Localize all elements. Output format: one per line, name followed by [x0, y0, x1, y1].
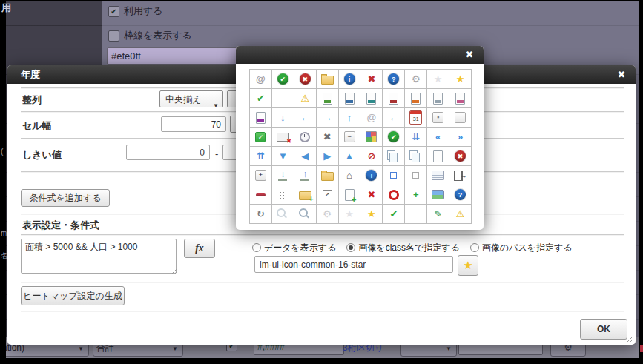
condition-expression-textarea[interactable]: 面積 > 5000 && 人口 > 1000 [21, 239, 177, 274]
image-mode-radio[interactable]: 画像のパスを指定する [470, 242, 573, 254]
block-icon[interactable]: ⊘ [360, 147, 382, 165]
double-left-icon[interactable]: « [427, 128, 449, 146]
grip-icon[interactable] [272, 185, 294, 204]
star2-icon[interactable]: ★ [360, 205, 382, 223]
arrow-down-icon[interactable]: ↓ [272, 108, 294, 127]
arrow-left-icon[interactable]: ← [294, 108, 316, 127]
gear-light-icon[interactable]: ⚙ [317, 205, 338, 223]
add-condition-button[interactable]: 条件式を追加する [21, 189, 110, 207]
button-empty-icon[interactable] [449, 108, 471, 127]
warning-icon[interactable]: ⚠ [294, 89, 316, 107]
info-icon[interactable]: i [339, 70, 360, 88]
info2-icon[interactable]: i [360, 166, 382, 185]
minus-red-icon[interactable] [250, 185, 271, 204]
screen-remove-icon[interactable] [272, 128, 294, 146]
doc-chart-color-icon[interactable] [449, 89, 471, 107]
checkbox-checked-icon[interactable]: ✔ [108, 6, 119, 17]
trash2-icon[interactable] [405, 205, 426, 223]
arrow-up-icon[interactable]: ↑ [339, 108, 360, 127]
double-up-icon[interactable]: ⇈ [250, 147, 271, 165]
checkbox-on-icon[interactable]: ✓ [250, 128, 271, 146]
copy-icon[interactable] [383, 147, 404, 165]
cancel2-icon[interactable]: ✖ [449, 147, 471, 165]
image-mode-radio[interactable]: 画像をclass名で指定する [346, 242, 459, 254]
minus-button-icon[interactable]: − [339, 128, 360, 146]
refresh-icon[interactable]: ↻ [250, 205, 271, 223]
generate-heatmap-button[interactable]: ヒートマップ設定の生成 [21, 286, 125, 305]
home-icon[interactable]: ⌂ [339, 166, 360, 185]
plus-button-icon[interactable]: + [250, 166, 271, 185]
upload-icon[interactable]: ↑ [294, 166, 316, 185]
triangle-left-icon[interactable]: ◀ [294, 147, 316, 165]
triangle-right-icon[interactable]: ▶ [317, 147, 338, 165]
copy-light-icon[interactable] [405, 147, 426, 165]
accept-icon[interactable]: ✔ [272, 70, 294, 88]
attach-grey-icon[interactable]: @ [360, 108, 382, 127]
star-off-icon[interactable]: ★ [427, 70, 449, 88]
o-red-icon[interactable] [383, 185, 404, 204]
help2-icon[interactable]: ? [449, 185, 471, 204]
trash-icon[interactable] [272, 89, 294, 107]
doc-red-icon[interactable] [383, 89, 404, 107]
use-checkbox-row[interactable]: ✔ 利用する [108, 4, 163, 18]
gear-icon[interactable]: ⚙ [405, 70, 426, 88]
cancel-icon[interactable]: ✖ [294, 70, 316, 88]
palette-icon[interactable] [360, 128, 382, 146]
image-mode-radio[interactable]: データを表示する [252, 242, 336, 254]
search-light-icon[interactable] [272, 205, 294, 223]
page-icon[interactable] [427, 147, 449, 165]
double-right-icon[interactable]: » [449, 128, 471, 146]
doc-chart-green-icon[interactable] [317, 89, 338, 107]
doc-image-icon[interactable] [360, 89, 382, 107]
radio-icon[interactable] [346, 243, 355, 252]
pencil-icon[interactable]: ✎ [427, 205, 449, 223]
star-off2-icon[interactable]: ★ [339, 205, 360, 223]
cell-width-input[interactable]: 70 [161, 116, 226, 132]
exit-icon[interactable] [449, 166, 471, 185]
clock-icon[interactable] [294, 128, 316, 146]
close-icon[interactable]: ✖ [615, 68, 628, 82]
icon-class-input[interactable]: im-ui-icon-common-16-star [254, 256, 453, 273]
zip-file-icon[interactable] [250, 108, 271, 127]
arrow-left-grey-icon[interactable]: ← [383, 108, 404, 127]
external-link-icon[interactable]: ↗ [317, 185, 338, 204]
border-checkbox-row[interactable]: 枠線を表示する [108, 29, 192, 42]
arrow-right-icon[interactable]: → [317, 108, 338, 127]
close-icon[interactable]: ✖ [463, 48, 476, 62]
double-down-icon[interactable]: ⇊ [405, 128, 426, 146]
close-grey-icon[interactable]: ✖ [317, 128, 338, 146]
doc-chart-orange-icon[interactable] [405, 89, 426, 107]
check-icon[interactable]: ✔ [250, 89, 271, 107]
check2-icon[interactable]: ✔ [383, 205, 404, 223]
image-icon[interactable] [427, 185, 449, 204]
delete-icon[interactable]: ✖ [360, 70, 382, 88]
plus-green-icon[interactable]: + [405, 185, 426, 204]
star-icon[interactable]: ★ [449, 70, 471, 88]
page-plus-icon[interactable] [339, 185, 360, 204]
align-select[interactable]: 中央揃え▼ [159, 90, 223, 107]
threshold-from-input[interactable]: 0 [126, 145, 210, 160]
accept2-icon[interactable]: ✔ [383, 128, 404, 146]
folder-plus-icon[interactable] [294, 185, 316, 204]
triangle-down-icon[interactable]: ▼ [272, 147, 294, 165]
button-dot-icon[interactable]: ▪ [427, 108, 449, 127]
ok-button[interactable]: OK [580, 319, 627, 340]
download-icon[interactable]: ↓ [272, 166, 294, 185]
search-icon[interactable] [294, 205, 316, 223]
list-view-icon[interactable] [427, 166, 449, 185]
folder-open-icon[interactable] [317, 166, 338, 185]
fx-button[interactable]: fx [184, 239, 215, 258]
folder-icon[interactable] [317, 70, 338, 88]
star-picker-button[interactable]: ★ [458, 255, 478, 276]
calendar-icon[interactable]: 31 [405, 108, 426, 127]
radio-icon[interactable] [252, 243, 261, 252]
radio-icon[interactable] [470, 243, 479, 252]
square-blue-icon[interactable] [383, 166, 404, 185]
attach-icon[interactable]: @ [250, 70, 271, 88]
triangle-up-icon[interactable]: ▲ [339, 147, 360, 165]
doc-blue-icon[interactable] [339, 89, 360, 107]
doc-text-icon[interactable] [427, 89, 449, 107]
square-grey-icon[interactable] [405, 166, 426, 185]
warning2-icon[interactable]: ⚠ [449, 205, 471, 223]
x-red-icon[interactable]: ✖ [360, 185, 382, 204]
